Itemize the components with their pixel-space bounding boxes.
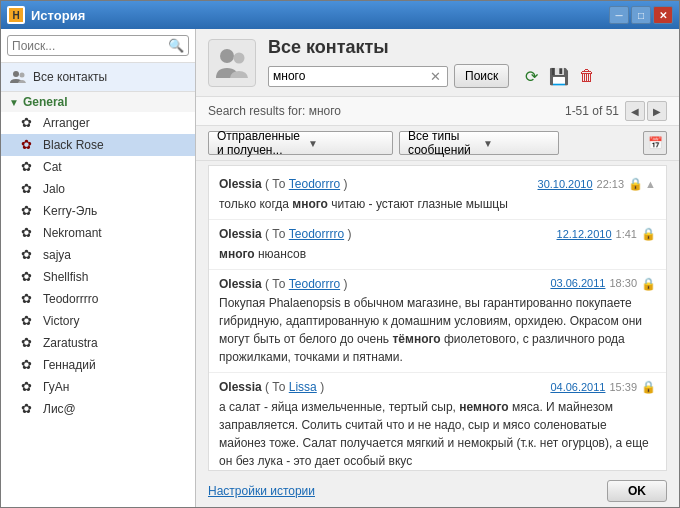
message-type-dropdown[interactable]: Отправленные и получен... ▼ (208, 131, 393, 155)
contact-list: ▼ General ✿ Arranger ✿ Black Rose ✿ Cat … (1, 92, 195, 507)
msg-from-2: Olessia (219, 226, 262, 243)
main-window: H История ─ □ ✕ 🔍 (0, 0, 680, 508)
contact-icon-black-rose: ✿ (21, 137, 37, 153)
msg-contact-link-1[interactable]: Teodorrro (289, 176, 340, 193)
msg-highlight-3: тёмного (392, 332, 440, 346)
all-contacts-item[interactable]: Все контакты (1, 63, 195, 92)
svg-point-2 (220, 49, 234, 63)
msg-date-4[interactable]: 04.06.2011 (550, 380, 605, 395)
contact-item-teodorrrro[interactable]: ✿ Teodorrrro (1, 288, 195, 310)
contact-name-victory: Victory (43, 314, 79, 328)
refresh-icon[interactable]: ⟳ (519, 64, 543, 88)
search-row: ✕ Поиск ⟳ 💾 🗑 (268, 64, 599, 88)
results-bar: Search results for: много 1-51 of 51 ◀ ▶ (196, 97, 679, 126)
msg-close-paren-1: ) (340, 176, 347, 193)
prev-page-button[interactable]: ◀ (625, 101, 645, 121)
msg-body-3: Покупая Phalaenopsis в обычном магазине,… (219, 294, 656, 366)
message-header-1: Olessia ( То Teodorrro ) 30.10.2010 22:1… (219, 176, 656, 193)
contact-icon-kerry: ✿ (21, 203, 37, 219)
msg-body-2: много нюансов (219, 245, 656, 263)
sidebar-search-wrap: 🔍 (7, 35, 189, 56)
contact-name-kerry: Kerry-Эль (43, 204, 97, 218)
main-content: 🔍 Все контакты ▼ Ge (1, 29, 679, 507)
contact-icon-lis: ✿ (21, 401, 37, 417)
contact-item-nekromant[interactable]: ✿ Nekromant (1, 222, 195, 244)
lock-icon-4: 🔒 (641, 379, 656, 396)
contact-icon-sajya: ✿ (21, 247, 37, 263)
msg-time-3: 18:30 (609, 276, 637, 291)
message-item-2: Olessia ( То Teodorrrro ) 12.12.2010 1:4… (209, 220, 666, 270)
titlebar: H История ─ □ ✕ (1, 1, 679, 29)
svg-point-1 (20, 73, 25, 78)
msg-date-3[interactable]: 03.06.2011 (550, 276, 605, 291)
lock-icon-3: 🔒 (641, 276, 656, 293)
msg-close-paren-4: ) (317, 379, 324, 396)
settings-link[interactable]: Настройки истории (208, 484, 315, 498)
ok-button[interactable]: OK (607, 480, 667, 502)
messages-area: Olessia ( То Teodorrro ) 30.10.2010 22:1… (208, 165, 667, 471)
dropdown1-arrow-icon: ▼ (304, 138, 388, 149)
sidebar-search-box: 🔍 (1, 29, 195, 63)
results-count: 1-51 of 51 (565, 104, 619, 118)
contact-item-gennady[interactable]: ✿ Геннадий (1, 354, 195, 376)
contact-name-gennady: Геннадий (43, 358, 96, 372)
filter-type-dropdown[interactable]: Все типы сообщений ▼ (399, 131, 559, 155)
msg-body-1: только когда много читаю - устают глазны… (219, 195, 656, 213)
minimize-button[interactable]: ─ (609, 6, 629, 24)
contact-item-guan[interactable]: ✿ ГуАн (1, 376, 195, 398)
lock-icon-1: 🔒 (628, 176, 643, 193)
lock-icon-2: 🔒 (641, 226, 656, 243)
contact-item-victory[interactable]: ✿ Victory (1, 310, 195, 332)
contact-icon-jalo: ✿ (21, 181, 37, 197)
contact-name-arranger: Arranger (43, 116, 90, 130)
contact-item-shellfish[interactable]: ✿ Shellfish (1, 266, 195, 288)
msg-date-2[interactable]: 12.12.2010 (557, 227, 612, 242)
contact-item-cat[interactable]: ✿ Cat (1, 156, 195, 178)
contact-name-guan: ГуАн (43, 380, 69, 394)
contact-icon-shellfish: ✿ (21, 269, 37, 285)
contact-name-cat: Cat (43, 160, 62, 174)
contact-icon-zaratustra: ✿ (21, 335, 37, 351)
contact-item-zaratustra[interactable]: ✿ Zaratustra (1, 332, 195, 354)
msg-highlight-4: немного (459, 400, 508, 414)
msg-to-label-4: ( То (262, 379, 289, 396)
message-item-4: Olessia ( То Lissa ) 04.06.2011 15:39 🔒 … (209, 373, 666, 471)
group-general[interactable]: ▼ General (1, 92, 195, 112)
msg-date-1[interactable]: 30.10.2010 (538, 177, 593, 192)
contact-item-sajya[interactable]: ✿ sajya (1, 244, 195, 266)
action-icons: ⟳ 💾 🗑 (519, 64, 599, 88)
contact-name-shellfish: Shellfish (43, 270, 88, 284)
contact-name-teodorrrro: Teodorrrro (43, 292, 98, 306)
all-contacts-icon (9, 68, 27, 86)
contact-icon-nekromant: ✿ (21, 225, 37, 241)
contact-item-black-rose[interactable]: ✿ Black Rose (1, 134, 195, 156)
msg-contact-link-4[interactable]: Lissa (289, 379, 317, 396)
contact-item-arranger[interactable]: ✿ Arranger (1, 112, 195, 134)
message-header-3: Olessia ( То Teodorrro ) 03.06.2011 18:3… (219, 276, 656, 293)
msg-contact-link-2[interactable]: Teodorrrro (289, 226, 344, 243)
save-icon[interactable]: 💾 (547, 64, 571, 88)
close-button[interactable]: ✕ (653, 6, 673, 24)
contact-item-kerry[interactable]: ✿ Kerry-Эль (1, 200, 195, 222)
calendar-button[interactable]: 📅 (643, 131, 667, 155)
results-text: Search results for: много (208, 104, 565, 118)
sidebar-search-input[interactable] (12, 39, 168, 53)
history-search-input[interactable] (273, 69, 428, 83)
contact-icon-cat: ✿ (21, 159, 37, 175)
window-controls: ─ □ ✕ (609, 6, 673, 24)
search-button[interactable]: Поиск (454, 64, 509, 88)
arrow-icon-1: ▲ (645, 177, 656, 192)
restore-button[interactable]: □ (631, 6, 651, 24)
contact-item-lis[interactable]: ✿ Лис@ (1, 398, 195, 420)
clear-search-icon[interactable]: ✕ (428, 69, 443, 84)
window-title: История (31, 8, 609, 23)
pagination-nav: ◀ ▶ (625, 101, 667, 121)
contact-item-jalo[interactable]: ✿ Jalo (1, 178, 195, 200)
delete-icon[interactable]: 🗑 (575, 64, 599, 88)
msg-from-1: Olessia (219, 176, 262, 193)
contact-icon-victory: ✿ (21, 313, 37, 329)
msg-contact-link-3[interactable]: Teodorrro (289, 276, 340, 293)
dropdown2-arrow-icon: ▼ (479, 138, 554, 149)
sidebar-search-icon[interactable]: 🔍 (168, 38, 184, 53)
next-page-button[interactable]: ▶ (647, 101, 667, 121)
